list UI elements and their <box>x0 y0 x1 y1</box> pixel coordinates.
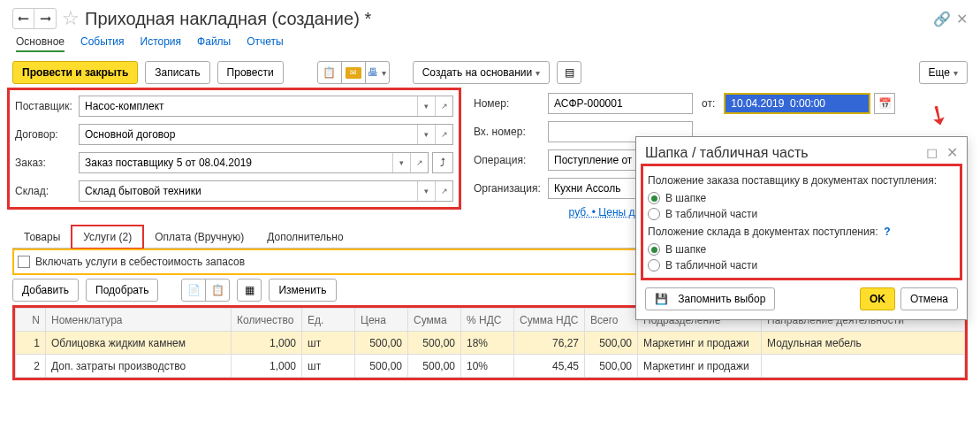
edit-row-button[interactable]: Изменить <box>269 279 336 302</box>
help-icon[interactable]: ? <box>884 226 890 238</box>
radio-icon <box>648 243 660 256</box>
order-in-table-radio[interactable]: В табличной части <box>648 206 955 222</box>
tab-services[interactable]: Услуги (2) <box>72 226 143 249</box>
currency-prices-link[interactable]: руб. • Цены для <box>474 206 647 218</box>
chevron-down-icon[interactable]: ▾ <box>417 181 435 201</box>
post-and-close-button[interactable]: Провести и закрыть <box>12 61 138 84</box>
ok-button[interactable]: OK <box>860 287 895 310</box>
chevron-down-icon[interactable]: ▾ <box>417 96 435 116</box>
open-icon[interactable]: ↗ <box>410 153 428 172</box>
save-button[interactable]: Записать <box>145 61 209 84</box>
contract-input[interactable] <box>80 125 417 144</box>
paste-icon[interactable]: 📋 <box>205 279 230 302</box>
more-label: Еще <box>929 66 950 79</box>
maximize-icon[interactable]: ◻ <box>926 144 938 161</box>
open-icon[interactable]: ↗ <box>435 96 452 116</box>
number-input[interactable] <box>548 93 693 114</box>
order-in-header-radio[interactable]: В шапке <box>648 190 955 206</box>
calendar-icon[interactable]: 📅 <box>874 93 895 114</box>
tab-files[interactable]: Файлы <box>197 35 231 52</box>
header-table-settings-popup: Шапка / табличная часть ◻ ✕ Положение за… <box>635 136 968 320</box>
highlighted-fields-group: Поставщик: ▾ ↗ Договор: ▾ ↗ <box>7 88 461 210</box>
grid-settings-icon[interactable]: ▦ <box>237 279 262 302</box>
print-icon[interactable]: 🖶▾ <box>365 61 390 84</box>
table-row[interactable]: 2 Доп. затраты производство 1,000 шт 500… <box>16 355 965 378</box>
header: 🠔 🠖 ☆ Приходная накладная (создание) * 🔗… <box>12 7 968 30</box>
copy-icon[interactable]: 📄 <box>181 279 206 302</box>
fill-from-order-icon[interactable]: ⤴ <box>432 152 453 173</box>
supplier-field[interactable]: ▾ ↗ <box>79 96 453 117</box>
structure-icon[interactable]: ▤ <box>557 61 581 84</box>
col-vat-sum[interactable]: Сумма НДС <box>514 309 585 332</box>
col-qty[interactable]: Количество <box>232 309 302 332</box>
remember-choice-button[interactable]: 💾 Запомнить выбор <box>645 287 775 310</box>
date-field[interactable] <box>724 93 870 114</box>
col-total[interactable]: Всего <box>585 309 638 332</box>
cancel-button[interactable]: Отмена <box>900 287 958 310</box>
action-bar: Провести и закрыть Записать Провести 📋 ✉… <box>12 61 968 84</box>
icon-button-group: 📋 ✉ 🖶▾ <box>317 61 390 84</box>
popup-body-highlighted: Положение заказа поставщику в документах… <box>641 164 962 280</box>
favorite-star-icon[interactable]: ☆ <box>62 7 80 30</box>
contract-field[interactable]: ▾ ↗ <box>79 124 453 145</box>
top-tabs: Основное События История Файлы Отчеты <box>12 35 968 52</box>
tab-events[interactable]: События <box>80 35 125 52</box>
warehouse-in-header-radio[interactable]: В шапке <box>648 241 955 257</box>
forward-button[interactable]: 🠖 <box>34 9 56 28</box>
radio-icon <box>648 259 660 272</box>
col-vat[interactable]: % НДС <box>461 309 514 332</box>
create-based-on-button[interactable]: Создать на основании ▾ <box>413 61 551 84</box>
org-label: Организация: <box>474 182 544 195</box>
table-row[interactable]: 1 Облицовка жидким камнем 1,000 шт 500,0… <box>16 332 965 355</box>
order-field[interactable]: ▾ ↗ <box>79 152 429 173</box>
select-rows-button[interactable]: Подобрать <box>86 279 158 302</box>
close-icon[interactable]: ✕ <box>956 11 968 27</box>
tab-history[interactable]: История <box>141 35 182 52</box>
order-input[interactable] <box>80 153 392 172</box>
close-icon[interactable]: ✕ <box>946 144 958 161</box>
back-button[interactable]: 🠔 <box>13 9 34 28</box>
document-window: 🠔 🠖 ☆ Приходная накладная (создание) * 🔗… <box>0 0 980 444</box>
col-n[interactable]: N <box>16 309 46 332</box>
ext-number-label: Вх. номер: <box>474 126 544 138</box>
tab-additional[interactable]: Дополнительно <box>255 226 354 248</box>
link-icon[interactable]: 🔗 <box>933 11 951 27</box>
operation-label: Операция: <box>474 154 544 166</box>
warehouse-placement-label: Положение склада в документах поступлени… <box>648 226 955 238</box>
warehouse-field[interactable]: ▾ ↗ <box>79 180 453 202</box>
supplier-label: Поставщик: <box>15 100 75 112</box>
col-sum[interactable]: Сумма <box>408 309 461 332</box>
col-item[interactable]: Номенклатура <box>46 309 232 332</box>
page-title: Приходная накладная (создание) * <box>85 9 371 29</box>
tab-payment[interactable]: Оплата (Вручную) <box>143 226 255 248</box>
col-price[interactable]: Цена <box>355 309 408 332</box>
add-row-button[interactable]: Добавить <box>12 279 79 302</box>
more-button[interactable]: Еще ▾ <box>919 61 968 84</box>
warehouse-input[interactable] <box>80 181 417 201</box>
contract-label: Договор: <box>15 128 75 141</box>
paste-icon[interactable]: 📋 <box>317 61 342 84</box>
number-label: Номер: <box>474 97 544 110</box>
order-placement-label: Положение заказа поставщику в документах… <box>648 174 955 187</box>
include-cost-checkbox[interactable] <box>18 256 30 268</box>
order-label: Заказ: <box>15 157 75 169</box>
nav-buttons: 🠔 🠖 <box>12 8 57 29</box>
open-icon[interactable]: ↗ <box>435 181 452 201</box>
open-icon[interactable]: ↗ <box>435 125 452 144</box>
post-button[interactable]: Провести <box>217 61 284 84</box>
tab-reports[interactable]: Отчеты <box>247 35 283 52</box>
tab-goods[interactable]: Товары <box>12 226 72 248</box>
supplier-input[interactable] <box>80 96 417 116</box>
chevron-down-icon[interactable]: ▾ <box>392 153 410 172</box>
col-unit[interactable]: Ед. <box>302 309 355 332</box>
warehouse-in-table-radio[interactable]: В табличной части <box>648 257 955 273</box>
tab-main[interactable]: Основное <box>16 35 65 52</box>
chevron-down-icon[interactable]: ▾ <box>417 125 435 144</box>
from-label: от: <box>702 97 715 110</box>
warehouse-label: Склад: <box>15 185 75 197</box>
date-input[interactable] <box>726 95 869 112</box>
radio-icon <box>648 192 660 204</box>
popup-title: Шапка / табличная часть <box>645 145 926 161</box>
mail-icon[interactable]: ✉ <box>341 61 366 84</box>
create-based-on-label: Создать на основании <box>422 66 533 79</box>
